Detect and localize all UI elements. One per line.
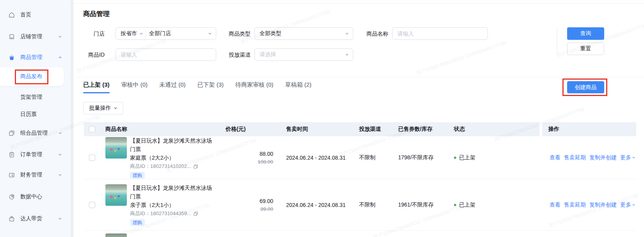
id-input-wrap (116, 48, 216, 61)
channel: 不限制 (353, 201, 392, 208)
name-filter-label: 商品名称 (357, 27, 388, 40)
sidebar-item-label: 货架管理 (20, 94, 42, 101)
products-table: 商品名称 价格(元) 售卖时间 投放渠道 已售券数/库存 状态 操作 【夏日玩水… (84, 122, 636, 237)
chevron-down-icon (208, 32, 212, 36)
name-input-wrap (392, 27, 488, 40)
sidebar-item-bundle-mgmt[interactable]: 组合品管理 (0, 125, 71, 141)
select-all-checkbox[interactable] (89, 126, 95, 132)
col-header-sold-stock: 已售券数/库存 (392, 126, 447, 133)
section-divider (73, 77, 644, 77)
tab-on-shelf[interactable]: 已上架 (3) (83, 81, 110, 93)
tab-in-review[interactable]: 审核中 (0) (121, 81, 148, 93)
sidebar-item-goods-publish[interactable]: 商品发布 (0, 67, 64, 86)
chevron-down-icon (345, 53, 349, 57)
type-value[interactable]: 全部类型 (255, 30, 281, 37)
annotation-box-create: 创建商品 (562, 78, 607, 96)
product-subtitle[interactable]: 家庭票（2大2小） (130, 153, 213, 162)
tab-merchant-review[interactable]: 待商家审核 (0) (235, 81, 274, 93)
sidebar-item-shelf-mgmt[interactable]: 货架管理 (0, 89, 71, 105)
product-thumbnail[interactable] (105, 184, 127, 206)
sidebar-item-label: 订单管理 (20, 151, 42, 158)
store-select[interactable]: 按省市 全部门店 (116, 27, 216, 40)
view-link[interactable]: 查看 (550, 154, 560, 161)
extend-sale-link[interactable]: 售卖延期 (564, 154, 586, 161)
create-product-button[interactable]: 创建商品 (567, 81, 604, 93)
product-title[interactable]: 【夏日玩水】龙泉沙滩天然水泳场门票 (130, 136, 213, 153)
status-dot (454, 204, 456, 206)
col-header-sale-time: 售卖时间 (277, 126, 353, 133)
copy-icon[interactable] (193, 164, 198, 169)
row-checkbox[interactable] (89, 155, 95, 161)
current-price: 88.00 (213, 150, 273, 158)
id-filter-label: 商品ID (73, 48, 105, 61)
status-text: 已上架 (459, 201, 475, 208)
price-cell: 88.00 108.00 (213, 150, 277, 166)
price-cell: 69.00 89.00 (213, 197, 277, 213)
sidebar-item-label: 数据中心 (20, 193, 42, 200)
status-cell: 已上架 (447, 201, 517, 208)
chevron-down-icon (139, 32, 143, 36)
view-link[interactable]: 查看 (550, 201, 560, 208)
sidebar-item-goods-mgmt[interactable]: 商品管理 (0, 50, 71, 65)
main-content: 商品管理 门店 按省市 全部门店 商品类型 全部类型 商品名称 商品ID 投放渠… (73, 0, 644, 237)
store-filter-label: 门店 (73, 27, 105, 40)
type-select[interactable]: 全部类型 (254, 27, 353, 40)
select-inner-divider (146, 30, 146, 37)
product-thumbnail[interactable] (105, 137, 127, 159)
tab-off-shelf[interactable]: 已下架 (3) (197, 81, 224, 93)
table-header: 商品名称 价格(元) 售卖时间 投放渠道 已售券数/库存 状态 操作 (84, 122, 636, 136)
product-cell: 【夏日玩水】龙泉沙滩天然水泳场门票 亲子票（2大1小） 商品ID：1802731… (100, 184, 213, 226)
extend-sale-link[interactable]: 售卖延期 (564, 201, 586, 208)
copy-create-link[interactable]: 复制并创建 (589, 201, 617, 208)
more-link[interactable]: 更多 (620, 154, 635, 161)
reset-button[interactable]: 重置 (567, 43, 604, 55)
influencer-icon (8, 215, 15, 222)
bundle-icon (8, 130, 15, 137)
search-button[interactable]: 查询 (567, 27, 604, 40)
id-input[interactable] (116, 49, 216, 61)
sale-time: 2024.06.24 - 2024.08.31 (277, 202, 353, 208)
channel-select[interactable]: 请选择 (254, 48, 353, 61)
chevron-down-icon (58, 153, 62, 157)
sidebar-item-influencer[interactable]: 达人带货 (0, 211, 71, 226)
tab-drafts[interactable]: 草稿箱 (2) (285, 81, 312, 93)
sale-time: 2024.06.24 - 2024.08.31 (277, 155, 353, 161)
top-border (73, 3, 644, 4)
sidebar-item-label: 财务管理 (20, 171, 42, 178)
more-link[interactable]: 更多 (620, 201, 635, 208)
original-price: 89.00 (213, 205, 273, 213)
chevron-down-icon (632, 156, 635, 159)
groupbuy-tag: 团购 (130, 172, 145, 179)
row-checkbox[interactable] (89, 202, 95, 208)
sidebar: 首页 店铺管理 商品管理 商品发布 货架管理 日历票 组合品管理 订 (0, 0, 71, 237)
home-icon (8, 11, 15, 18)
channel-placeholder[interactable]: 请选择 (255, 51, 276, 58)
copy-create-link[interactable]: 复制并创建 (589, 154, 617, 161)
chevron-down-icon (114, 106, 117, 110)
sidebar-item-order-mgmt[interactable]: 订单管理 (0, 147, 71, 162)
sidebar-item-data-center[interactable]: 数据中心 (0, 189, 71, 205)
tab-rejected[interactable]: 未通过 (0) (159, 81, 186, 93)
chevron-down-icon (58, 217, 62, 221)
actions-cell: 查看 售卖延期 复制并创建 更多 (517, 201, 636, 208)
batch-actions-label: 批量操作 (89, 105, 111, 112)
sidebar-item-home[interactable]: 首页 (0, 7, 71, 23)
sidebar-item-calendar-ticket[interactable]: 日历票 (0, 107, 71, 122)
sidebar-item-finance-mgmt[interactable]: 财务管理 (0, 167, 71, 183)
store-value[interactable]: 全部门店 (149, 30, 171, 37)
sidebar-divider (71, 0, 73, 237)
col-header-name: 商品名称 (100, 126, 213, 133)
status-cell: 已上架 (447, 154, 517, 161)
product-subtitle[interactable]: 亲子票（2大1小） (130, 201, 213, 209)
status-dot (454, 157, 456, 159)
sidebar-item-store-mgmt[interactable]: 店铺管理 (0, 29, 71, 45)
name-input[interactable] (393, 28, 487, 39)
copy-icon[interactable] (193, 211, 198, 216)
sidebar-item-label: 日历票 (20, 111, 37, 118)
product-title[interactable]: 【夏日玩水】龙泉沙滩天然水泳场门票 (130, 184, 213, 201)
batch-actions-button[interactable]: 批量操作 (83, 102, 123, 114)
store-mode-value[interactable]: 按省市 (116, 30, 137, 37)
chevron-down-icon (58, 173, 62, 177)
status-text: 已上架 (459, 154, 475, 161)
chevron-up-icon (58, 55, 62, 59)
